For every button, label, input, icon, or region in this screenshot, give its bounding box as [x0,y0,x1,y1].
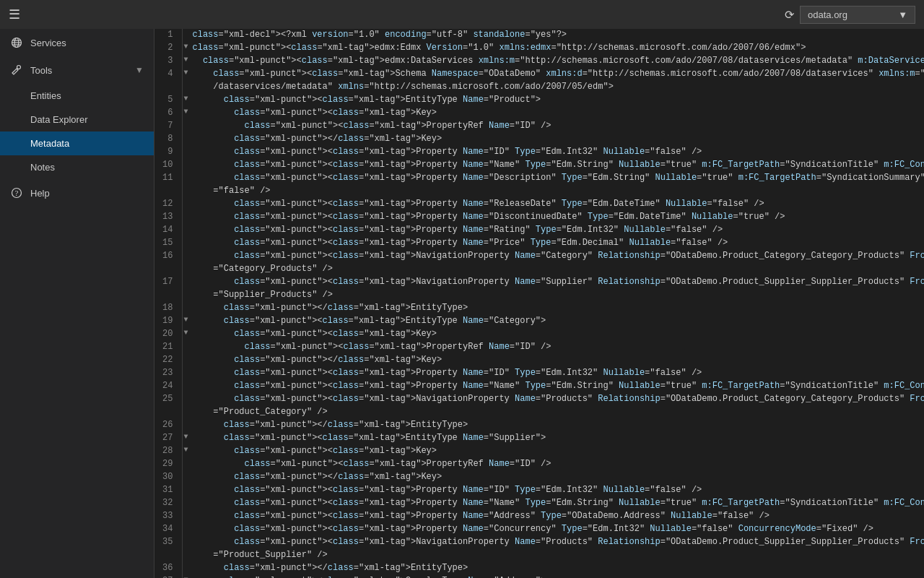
fold-arrow[interactable]: ▼ [182,55,190,68]
fold-arrow[interactable]: ▼ [182,68,190,81]
sidebar: Services Tools ▼ Entities Data Explorer … [0,29,154,578]
sidebar-item-tools[interactable]: Tools ▼ [0,56,154,84]
table-row: 29 class="xml-punct"><class="xml-tag">Pr… [154,458,924,471]
fold-arrow[interactable]: ▼ [182,445,190,458]
fold-arrow[interactable] [182,250,190,263]
fold-arrow[interactable] [182,367,190,380]
refresh-icon[interactable]: ⟳ [785,8,794,22]
code-line: class="xml-punct"><class="xml-tag">Key> [190,445,924,458]
fold-arrow[interactable] [182,471,190,484]
table-row: 19▼ class="xml-punct"><class="xml-tag">E… [154,315,924,328]
table-row: 28▼ class="xml-punct"><class="xml-tag">K… [154,445,924,458]
line-number: 25 [154,393,182,406]
fold-arrow[interactable] [182,536,190,549]
code-line: class="xml-punct"></class="xml-tag">Enti… [190,419,924,432]
table-row: 10 class="xml-punct"><class="xml-tag">Pr… [154,159,924,172]
fold-arrow[interactable] [182,198,190,211]
code-line: class="xml-punct"></class="xml-tag">Key> [190,354,924,367]
line-number: 27 [154,432,182,445]
table-row: 6▼ class="xml-punct"><class="xml-tag">Ke… [154,107,924,120]
table-row: 8 class="xml-punct"></class="xml-tag">Ke… [154,133,924,146]
fold-arrow[interactable] [182,276,190,289]
line-number: 34 [154,523,182,536]
line-number: 29 [154,458,182,471]
table-row: 18 class="xml-punct"></class="xml-tag">E… [154,302,924,315]
fold-arrow[interactable] [182,302,190,315]
fold-arrow[interactable] [182,523,190,536]
help-icon: ? [10,186,23,199]
line-number: 2 [154,42,182,55]
table-row: 12 class="xml-punct"><class="xml-tag">Pr… [154,198,924,211]
fold-arrow[interactable] [182,458,190,471]
globe-icon [10,36,23,49]
fold-arrow[interactable] [182,211,190,224]
code-line: class="xml-punct"><class="xml-tag">Key> [190,107,924,120]
table-row: 36 class="xml-punct"></class="xml-tag">E… [154,562,924,575]
fold-arrow[interactable] [182,510,190,523]
code-line-continuation: ="Product_Supplier" /> [190,549,924,562]
fold-arrow[interactable] [182,341,190,354]
fold-arrow[interactable] [182,133,190,146]
table-row: /dataservices/metadata" xmlns="http://sc… [154,81,924,94]
sidebar-item-metadata[interactable]: Metadata [0,131,154,155]
fold-arrow[interactable]: ▼ [182,328,190,341]
sidebar-item-data-explorer[interactable]: Data Explorer [0,108,154,131]
table-row: 17 class="xml-punct"><class="xml-tag">Na… [154,276,924,289]
sidebar-item-services[interactable]: Services [0,29,154,56]
sidebar-item-notes[interactable]: Notes [0,155,154,179]
fold-arrow[interactable] [182,159,190,172]
table-row: 26 class="xml-punct"></class="xml-tag">E… [154,419,924,432]
fold-arrow[interactable] [182,29,190,42]
fold-arrow[interactable]: ▼ [182,575,190,578]
line-number: 10 [154,159,182,172]
fold-arrow[interactable] [182,224,190,237]
fold-arrow[interactable] [182,393,190,406]
code-line-continuation: /dataservices/metadata" xmlns="http://sc… [190,81,924,94]
hamburger-icon[interactable]: ☰ [9,7,20,22]
table-row: 15 class="xml-punct"><class="xml-tag">Pr… [154,237,924,250]
fold-arrow[interactable] [182,237,190,250]
fold-arrow[interactable]: ▼ [182,315,190,328]
topbar-left: ☰ [9,7,20,22]
code-line: class="xml-punct"><class="xml-tag">edmx:… [190,42,924,55]
sidebar-notes-label: Notes [30,162,55,173]
table-row: 2▼class="xml-punct"><class="xml-tag">edm… [154,42,924,55]
url-selector[interactable]: odata.org ▼ [800,6,915,24]
chevron-down-icon: ▼ [898,9,907,20]
fold-arrow[interactable]: ▼ [182,94,190,107]
sidebar-entities-label: Entities [30,90,61,101]
table-row: 25 class="xml-punct"><class="xml-tag">Na… [154,393,924,406]
fold-arrow[interactable] [182,419,190,432]
fold-arrow[interactable] [182,562,190,575]
code-line: class="xml-punct"><class="xml-tag">Navig… [190,393,924,406]
fold-arrow[interactable]: ▼ [182,42,190,55]
fold-arrow[interactable] [182,146,190,159]
fold-arrow[interactable] [182,354,190,367]
line-number: 17 [154,276,182,289]
table-row: ="Supplier_Products" /> [154,289,924,302]
fold-arrow[interactable]: ▼ [182,107,190,120]
table-row: ="Product_Supplier" /> [154,549,924,562]
fold-arrow[interactable] [182,172,190,185]
line-number: 23 [154,367,182,380]
fold-arrow[interactable] [182,497,190,510]
code-line: class="xml-punct"><class="xml-tag">Key> [190,328,924,341]
table-row: 11 class="xml-punct"><class="xml-tag">Pr… [154,172,924,185]
line-number: 4 [154,68,182,81]
sidebar-item-help[interactable]: ? Help [0,179,154,207]
fold-arrow[interactable] [182,484,190,497]
line-number: 7 [154,120,182,133]
sidebar-item-entities[interactable]: Entities [0,84,154,108]
fold-arrow[interactable] [182,120,190,133]
code-panel[interactable]: 1class="xml-decl"><?xml version="1.0" en… [154,29,924,578]
line-number: 21 [154,341,182,354]
code-line: class="xml-punct"><class="xml-tag">Entit… [190,315,924,328]
code-line-continuation: ="Category_Products" /> [190,263,924,276]
fold-arrow[interactable] [182,380,190,393]
fold-arrow[interactable]: ▼ [182,432,190,445]
table-row: 16 class="xml-punct"><class="xml-tag">Na… [154,250,924,263]
table-row: 27▼ class="xml-punct"><class="xml-tag">E… [154,432,924,445]
table-row: 21 class="xml-punct"><class="xml-tag">Pr… [154,341,924,354]
code-line: class="xml-punct"><class="xml-tag">Entit… [190,432,924,445]
table-row: 31 class="xml-punct"><class="xml-tag">Pr… [154,484,924,497]
